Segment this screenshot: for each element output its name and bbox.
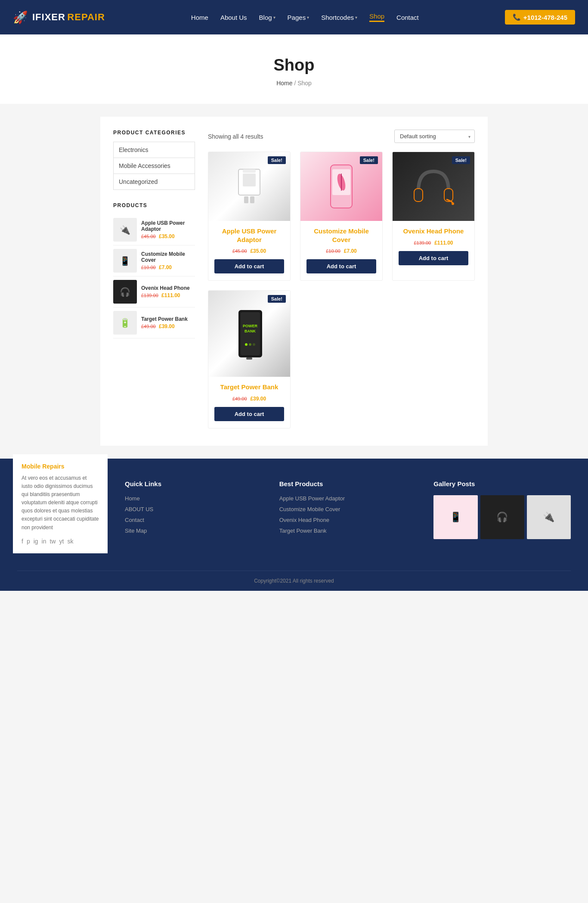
- product-card-usb[interactable]: Sale! Apple USB Power Adaptor: [208, 152, 291, 281]
- nav-shortcodes-link[interactable]: Shortcodes: [321, 14, 354, 21]
- product-card-headphone[interactable]: Sale!: [392, 152, 475, 281]
- footer-gallery: Gallery Posts 📱 🎧 🔌: [433, 480, 571, 553]
- linkedin-icon[interactable]: in: [42, 538, 46, 545]
- product-thumb-usb: 🔌: [113, 218, 137, 242]
- results-count: Showing all 4 results: [208, 133, 263, 140]
- logo-text-main: IFIXER: [32, 12, 65, 22]
- breadcrumb: Home / Shop: [0, 80, 588, 87]
- svg-point-18: [249, 343, 251, 346]
- product-image-powerbank: Sale! POWER BANK: [208, 291, 290, 377]
- add-to-cart-usb[interactable]: Add to cart: [214, 259, 284, 273]
- product-card-body-usb: Apple USB Power Adaptor £45.00 £35.00 Ad…: [208, 221, 290, 280]
- product-card-body-headphone: Ovenix Head Phone £139.00 £111.00 Add to…: [393, 221, 474, 272]
- footer-best-products-list: Apple USB Power Adaptor Customize Mobile…: [279, 495, 417, 534]
- product-thumb-headphone: 🎧: [113, 280, 137, 304]
- footer: Mobile Repairs At vero eos et accusamus …: [0, 459, 588, 591]
- nav-about[interactable]: About Us: [220, 14, 247, 21]
- category-mobile-accessories[interactable]: Mobile Accessories: [113, 158, 195, 174]
- breadcrumb-separator: /: [294, 80, 297, 87]
- gallery-item-usb[interactable]: 🔌: [527, 495, 571, 539]
- widget-price-old: £139.00: [141, 293, 158, 298]
- copyright-text: Copyright©2021 All rights reserved: [254, 578, 334, 584]
- gallery-item-cover[interactable]: 📱: [433, 495, 477, 539]
- pinterest-icon[interactable]: p: [27, 538, 30, 545]
- nav-contact[interactable]: Contact: [396, 14, 419, 21]
- category-uncategorized[interactable]: Uncategorized: [113, 174, 195, 190]
- list-item[interactable]: 🔋 Target Power Bank £49.00 £39.00: [113, 307, 195, 338]
- list-item[interactable]: 🔌 Apple USB Power Adaptor £45.00 £35.00: [113, 214, 195, 245]
- svg-point-17: [245, 343, 248, 346]
- footer-product-cover[interactable]: Customize Mobile Cover: [279, 506, 417, 512]
- list-item[interactable]: 🎧 Ovenix Head Phone £139.00 £111.00: [113, 276, 195, 307]
- skype-icon[interactable]: sk: [67, 538, 73, 545]
- svg-rect-1: [243, 174, 256, 186]
- nav-blog-link[interactable]: Blog: [259, 14, 272, 21]
- footer-product-powerbank[interactable]: Target Power Bank: [279, 528, 417, 534]
- category-electronics[interactable]: Electronics: [113, 142, 195, 158]
- add-to-cart-headphone[interactable]: Add to cart: [399, 251, 468, 265]
- widget-product-name: Customize Mobile Cover: [141, 251, 195, 263]
- footer-desc: At vero eos et accusamus et iusto odio d…: [22, 474, 99, 532]
- price-new-usb: £35.00: [250, 248, 266, 254]
- footer-link-contact[interactable]: Contact: [125, 517, 262, 523]
- widget-price-old: £10.00: [141, 265, 156, 270]
- nav-blog[interactable]: Blog ▾: [259, 14, 275, 21]
- widget-product-name: Ovenix Head Phone: [141, 285, 190, 291]
- chevron-down-icon: ▾: [273, 15, 275, 20]
- sale-badge: Sale!: [360, 156, 378, 164]
- footer-product-usb[interactable]: Apple USB Power Adaptor: [279, 495, 417, 502]
- instagram-icon[interactable]: ig: [34, 538, 38, 545]
- youtube-icon[interactable]: yt: [59, 538, 64, 545]
- price-new-headphone: £111.00: [434, 240, 453, 246]
- shop-toolbar: Showing all 4 results Default sorting So…: [208, 130, 475, 143]
- breadcrumb-home[interactable]: Home: [276, 80, 292, 87]
- widget-price-new: £111.00: [161, 292, 180, 298]
- twitter-icon[interactable]: tw: [50, 538, 56, 545]
- nav-home[interactable]: Home: [191, 14, 208, 21]
- quick-links-title: Quick Links: [125, 480, 262, 487]
- svg-point-19: [253, 343, 255, 346]
- svg-rect-13: [241, 312, 260, 355]
- phone-cta[interactable]: 📞 +1012-478-245: [505, 10, 575, 25]
- footer-social: f p ig in tw yt sk: [22, 538, 99, 545]
- footer-brand-widget: Mobile Repairs At vero eos et accusamus …: [13, 454, 108, 553]
- add-to-cart-powerbank[interactable]: Add to cart: [214, 407, 284, 421]
- svg-rect-2: [244, 196, 248, 203]
- footer-link-about[interactable]: ABOUT US: [125, 506, 262, 512]
- nav-pages[interactable]: Pages ▾: [288, 14, 309, 21]
- footer-product-headphone[interactable]: Ovenix Head Phone: [279, 517, 417, 523]
- product-widget-info: Target Power Bank £49.00 £39.00: [141, 316, 188, 329]
- product-widget-info: Ovenix Head Phone £139.00 £111.00: [141, 285, 190, 298]
- facebook-icon[interactable]: f: [22, 538, 23, 545]
- product-title-cover: Customize Mobile Cover: [306, 227, 376, 244]
- logo-icon: 🚀: [13, 10, 28, 25]
- footer-quick-links: Quick Links Home ABOUT US Contact Site M…: [125, 480, 262, 553]
- gallery-item-headphone[interactable]: 🎧: [480, 495, 524, 539]
- footer-link-home[interactable]: Home: [125, 495, 262, 502]
- product-card-powerbank[interactable]: Sale! POWER BANK: [208, 290, 291, 428]
- nav-pages-link[interactable]: Pages: [288, 14, 306, 21]
- product-widget-info: Customize Mobile Cover £10.00 £7.00: [141, 251, 195, 270]
- nav-shortcodes[interactable]: Shortcodes ▾: [321, 14, 357, 21]
- nav-shop[interactable]: Shop: [369, 12, 384, 22]
- add-to-cart-cover[interactable]: Add to cart: [306, 259, 376, 273]
- phone-number: +1012-478-245: [523, 14, 567, 21]
- product-card-cover[interactable]: Sale! Customize Mobile Cover: [300, 152, 383, 281]
- product-card-body-powerbank: Target Power Bank £49.00 £39.00 Add to c…: [208, 377, 290, 428]
- svg-rect-16: [246, 357, 252, 360]
- price-old-headphone: £139.00: [414, 240, 431, 245]
- phone-icon: 📞: [513, 13, 521, 21]
- product-thumb-cover: 📱: [113, 249, 137, 273]
- sort-select[interactable]: Default sorting Sort by popularity Sort …: [394, 130, 475, 143]
- logo[interactable]: 🚀 IFIXER REPAIR: [13, 10, 105, 25]
- list-item[interactable]: 📱 Customize Mobile Cover £10.00 £7.00: [113, 245, 195, 276]
- price-old-usb: £45.00: [232, 248, 247, 254]
- page-title: Shop: [0, 56, 588, 74]
- product-widget-info: Apple USB Power Adaptor £45.00 £35.00: [141, 220, 195, 239]
- svg-rect-3: [250, 196, 254, 203]
- product-image-usb: Sale!: [208, 152, 290, 221]
- footer-quick-links-list: Home ABOUT US Contact Site Map: [125, 495, 262, 534]
- footer-link-sitemap[interactable]: Site Map: [125, 528, 262, 534]
- product-widget-list: 🔌 Apple USB Power Adaptor £45.00 £35.00 …: [113, 214, 195, 338]
- logo-text-sub: REPAIR: [67, 12, 105, 22]
